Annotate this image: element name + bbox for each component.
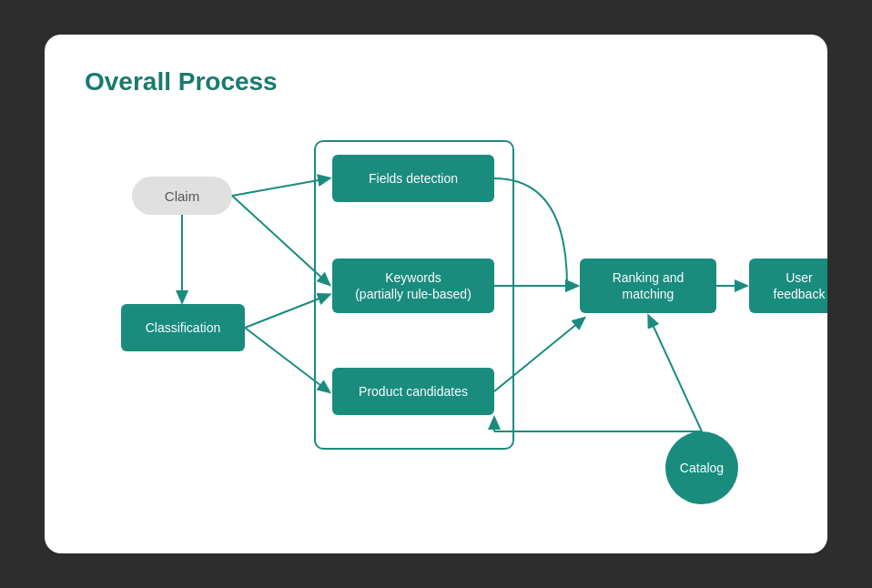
claim-node: Claim bbox=[132, 177, 232, 215]
product-candidates-node: Product candidates bbox=[332, 368, 494, 415]
svg-line-11 bbox=[649, 317, 702, 431]
ranking-node: Ranking and matching bbox=[580, 259, 716, 313]
keywords-node: Keywords (partially rule-based) bbox=[332, 259, 494, 313]
fields-detection-node: Fields detection bbox=[332, 155, 494, 202]
page-title: Overall Process bbox=[85, 67, 787, 96]
catalog-node: Catalog bbox=[665, 431, 738, 504]
diagram-card: Overall Process Claim Classification Fie… bbox=[45, 35, 827, 553]
classification-node: Classification bbox=[121, 304, 245, 351]
user-feedback-node: User feedback bbox=[749, 259, 827, 313]
diagram-area: Claim Classification Fields detection Ke… bbox=[85, 122, 787, 541]
